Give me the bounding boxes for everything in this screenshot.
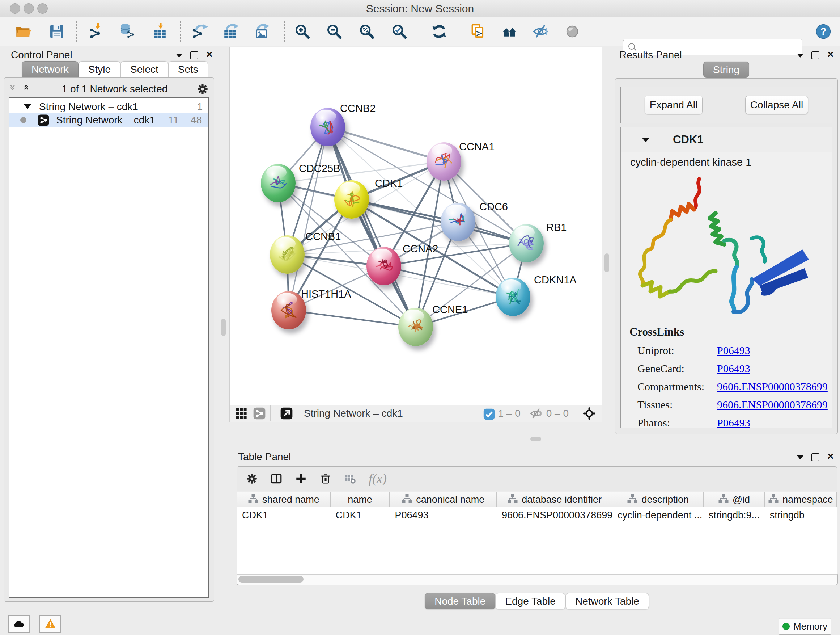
zoom-out-icon[interactable] [325, 23, 343, 40]
control-panel-title: Control Panel [11, 49, 73, 61]
help-icon[interactable]: ? [815, 23, 832, 40]
home-icon[interactable] [501, 23, 518, 40]
close-panel-icon[interactable]: × [206, 51, 213, 57]
memory-button[interactable]: Memory [778, 618, 831, 635]
open-session-icon[interactable] [14, 23, 32, 40]
crosslink-link[interactable]: 9606.ENSP00000378699 [717, 399, 828, 411]
selected-checkbox-icon[interactable] [483, 408, 494, 419]
collapse-all-icon[interactable] [9, 84, 19, 94]
tab-node-table[interactable]: Node Table [425, 593, 495, 609]
show-columns-icon[interactable] [270, 472, 283, 485]
crosslink-row: GeneCard: P06493 [638, 363, 832, 375]
column-header-namespace[interactable]: namespace [765, 492, 837, 507]
node-label-rb1: RB1 [546, 222, 567, 233]
float-panel-icon[interactable] [176, 54, 182, 57]
protein-node-ccnb1[interactable] [270, 235, 305, 274]
node-table[interactable]: shared name name canonical name database… [237, 492, 837, 574]
tab-network[interactable]: Network [22, 61, 79, 78]
expand-all-icon[interactable] [23, 84, 33, 94]
collapse-all-button[interactable]: Collapse All [745, 96, 808, 114]
import-database-icon[interactable] [118, 23, 136, 40]
add-column-icon[interactable] [295, 472, 307, 485]
cell-canonical-name: P06493 [390, 507, 496, 523]
bottom-splitter-handle[interactable] [531, 437, 541, 441]
delete-column-icon[interactable] [319, 472, 332, 485]
tab-sets[interactable]: Sets [168, 61, 208, 78]
right-splitter-handle[interactable] [605, 253, 609, 272]
network-row-selected[interactable]: String Network – cdk1 11 48 [9, 113, 208, 127]
warning-status-icon[interactable] [39, 615, 61, 633]
column-tree-icon [627, 494, 638, 506]
detach-view-icon[interactable] [280, 407, 293, 420]
crosslink-link[interactable]: 9606.ENSP00000378699 [717, 380, 828, 393]
table-horizontal-scrollbar[interactable] [237, 574, 838, 585]
cloud-status-icon[interactable] [8, 615, 30, 633]
protein-node-cdkn1a[interactable] [496, 278, 531, 316]
float-panel-icon[interactable] [797, 54, 804, 57]
table-tabs: Node Table Edge Table Network Table [237, 593, 837, 609]
protein-node-cdk1[interactable] [334, 180, 369, 219]
maximize-panel-icon[interactable] [812, 453, 819, 461]
protein-node-cdc6[interactable] [441, 203, 475, 241]
protein-node-cdc25b[interactable] [261, 164, 295, 203]
cdk1-section-header[interactable]: CDK1 [621, 127, 832, 152]
column-header-database-identifier[interactable]: database identifier [497, 492, 613, 507]
scrollbar-thumb[interactable] [238, 576, 303, 583]
column-header-canonical-name[interactable]: canonical name [390, 492, 497, 507]
refresh-layout-icon[interactable] [431, 23, 448, 40]
column-header-shared-name[interactable]: shared name [237, 492, 331, 507]
network-badge-icon[interactable] [253, 407, 266, 420]
table-panel-title: Table Panel [238, 451, 291, 463]
save-session-icon[interactable] [48, 23, 65, 40]
tab-network-table[interactable]: Network Table [565, 593, 649, 609]
column-tree-icon [401, 494, 412, 506]
column-header-name[interactable]: name [331, 492, 390, 507]
zoom-selected-icon[interactable] [391, 23, 408, 40]
maximize-panel-icon[interactable] [190, 51, 198, 59]
network-options-gear-icon[interactable] [196, 83, 209, 95]
column-tree-icon [718, 494, 729, 506]
table-row[interactable]: CDK1CDK1P064939606.ENSP00000378699cyclin… [237, 507, 837, 524]
protein-node-rb1[interactable] [509, 224, 544, 263]
maximize-panel-icon[interactable] [812, 51, 819, 59]
import-network-icon[interactable] [88, 23, 105, 40]
table-header-row: shared name name canonical name database… [237, 492, 837, 507]
table-options-gear-icon[interactable] [246, 472, 258, 485]
crosslink-link[interactable]: P06493 [717, 344, 750, 356]
tab-select[interactable]: Select [120, 61, 168, 78]
birdseye-crosshair-icon[interactable] [583, 407, 596, 420]
close-panel-icon[interactable]: × [827, 453, 834, 459]
left-splitter-handle[interactable] [221, 318, 226, 336]
protein-node-ccne1[interactable] [398, 308, 433, 346]
tab-edge-table[interactable]: Edge Table [495, 593, 565, 609]
export-image-icon[interactable] [252, 23, 270, 40]
annotations-icon[interactable] [470, 23, 487, 40]
close-panel-icon[interactable]: × [827, 51, 834, 57]
collection-expand-icon[interactable] [24, 104, 31, 109]
network-canvas[interactable]: CCNB2CCNA1CDC25BCDK1CDC6RB1CCNB1CCNA2CDK… [229, 47, 602, 405]
protein-node-ccna2[interactable] [366, 247, 401, 285]
expand-all-button[interactable]: Expand All [645, 96, 703, 114]
show-graphics-icon[interactable] [564, 23, 581, 40]
column-header-description[interactable]: description [613, 492, 704, 507]
protein-node-ccna1[interactable] [426, 142, 461, 181]
collapse-section-icon[interactable] [642, 138, 650, 142]
network-view-icon [37, 114, 50, 126]
tab-style[interactable]: Style [79, 61, 120, 78]
crosslink-link[interactable]: P06493 [717, 417, 750, 429]
float-panel-icon[interactable] [797, 455, 804, 459]
export-table-icon[interactable] [221, 23, 239, 40]
network-collection-row[interactable]: String Network – cdk1 1 [9, 100, 208, 113]
column-header--id[interactable]: @id [704, 492, 765, 507]
crosslink-link[interactable]: P06493 [717, 363, 750, 375]
import-table-icon[interactable] [151, 23, 169, 40]
export-network-icon[interactable] [191, 23, 208, 40]
zoom-fit-icon[interactable] [358, 23, 376, 40]
crosslink-label: Tissues: [638, 399, 717, 411]
node-label-cdkn1a: CDKN1A [534, 274, 576, 286]
zoom-in-icon[interactable] [294, 23, 311, 40]
network-selection-status: 1 of 1 Network selected [33, 83, 196, 95]
hide-graphics-icon[interactable] [532, 23, 549, 40]
grid-view-icon[interactable] [235, 407, 248, 420]
tab-string[interactable]: String [703, 62, 749, 78]
